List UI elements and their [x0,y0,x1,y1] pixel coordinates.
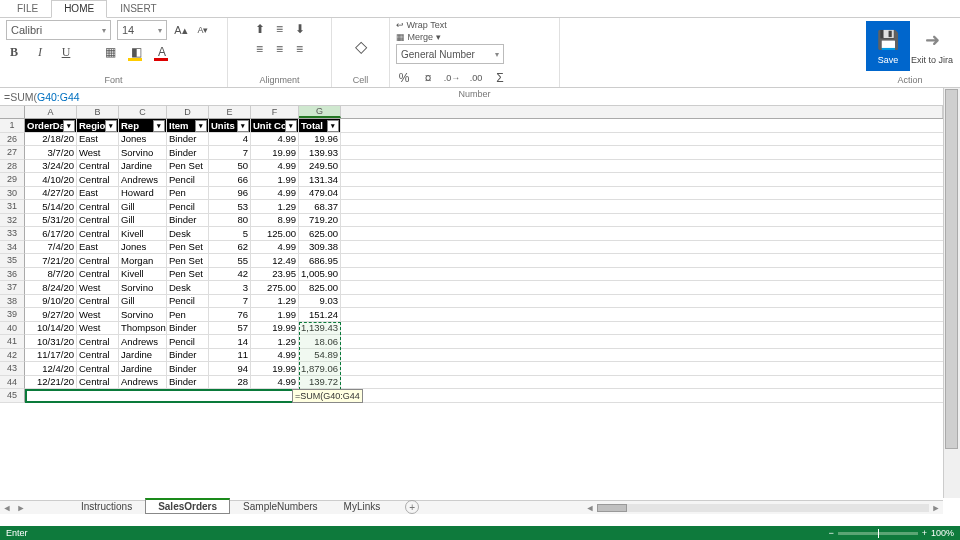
row-header[interactable]: 38 [0,295,25,309]
cell[interactable] [119,389,167,403]
cell[interactable]: 4.99 [251,349,299,363]
cell[interactable] [25,389,77,403]
cell[interactable]: East [77,241,119,255]
align-bottom-icon[interactable]: ⬇ [291,20,309,38]
tab-insert[interactable]: INSERT [107,0,170,17]
cell[interactable]: 5/31/20 [25,214,77,228]
row-header[interactable]: 1 [0,119,25,133]
row-header[interactable]: 37 [0,281,25,295]
cell[interactable]: 3 [209,281,251,295]
cell[interactable]: 139.72 [299,376,341,390]
cell[interactable]: 54.89 [299,349,341,363]
fill-color-icon[interactable]: ◧ [128,44,144,60]
format-cell-icon[interactable]: ◇ [353,38,369,54]
scroll-right-icon[interactable]: ► [14,503,28,513]
sheet-tab-samplenumbers[interactable]: SampleNumbers [230,499,330,514]
col-header-blank[interactable] [341,106,943,118]
row-header[interactable]: 39 [0,308,25,322]
cell[interactable]: Pen [167,308,209,322]
cell[interactable]: Morgan [119,254,167,268]
cell[interactable]: 14 [209,335,251,349]
cell[interactable]: Central [77,335,119,349]
cell[interactable]: 11 [209,349,251,363]
col-header-B[interactable]: B [77,106,119,118]
cell[interactable]: Andrews [119,376,167,390]
cell[interactable]: Sorvino [119,281,167,295]
cell[interactable]: 4.99 [251,187,299,201]
align-right-icon[interactable]: ≡ [291,40,309,58]
cell[interactable]: 9/27/20 [25,308,77,322]
cell[interactable]: 19.99 [251,362,299,376]
col-header-A[interactable]: A [25,106,77,118]
cell[interactable]: Andrews [119,335,167,349]
cell[interactable]: 139.93 [299,146,341,160]
cell[interactable]: 66 [209,173,251,187]
cell[interactable]: 719.20 [299,214,341,228]
cell[interactable]: 686.95 [299,254,341,268]
row-header[interactable]: 44 [0,376,25,390]
row-header[interactable]: 34 [0,241,25,255]
cell[interactable]: Binder [167,146,209,160]
cell[interactable]: 80 [209,214,251,228]
cell[interactable]: Central [77,173,119,187]
spreadsheet-grid[interactable]: A B C D E F G 1OrderDateRegionRepItemUni… [0,106,943,500]
cell[interactable]: 28 [209,376,251,390]
cell[interactable]: 7/21/20 [25,254,77,268]
cell[interactable]: 4.99 [251,241,299,255]
cell[interactable]: 7 [209,146,251,160]
cell[interactable]: 1,879.06 [299,362,341,376]
cell[interactable]: 4/10/20 [25,173,77,187]
col-header-C[interactable]: C [119,106,167,118]
cell[interactable]: 57 [209,322,251,336]
align-middle-icon[interactable]: ≡ [271,20,289,38]
cell[interactable]: 309.38 [299,241,341,255]
select-all-corner[interactable] [0,106,25,118]
cell[interactable]: 1.29 [251,295,299,309]
cell[interactable]: Gill [119,295,167,309]
decrease-decimal-icon[interactable]: .0→ [444,70,460,86]
increase-decimal-icon[interactable]: .00 [468,70,484,86]
cell[interactable]: Pen Set [167,160,209,174]
cell[interactable]: 4.99 [251,376,299,390]
cell[interactable]: 4.99 [251,133,299,147]
cell[interactable]: Central [77,254,119,268]
cell[interactable]: Binder [167,362,209,376]
col-header-G[interactable]: G [299,106,341,118]
cell[interactable]: Gill [119,200,167,214]
cell[interactable]: 131.34 [299,173,341,187]
cell[interactable]: Binder [167,349,209,363]
cell[interactable]: 4 [209,133,251,147]
cell[interactable]: 3/7/20 [25,146,77,160]
col-header-F[interactable]: F [251,106,299,118]
cell[interactable]: Binder [167,376,209,390]
borders-icon[interactable]: ▦ [102,44,118,60]
tab-home[interactable]: HOME [51,0,107,18]
cell[interactable]: Binder [167,214,209,228]
cell[interactable]: 62 [209,241,251,255]
cell[interactable]: Pen [167,187,209,201]
cell[interactable]: Jardine [119,160,167,174]
cell[interactable]: 9.03 [299,295,341,309]
row-header[interactable]: 40 [0,322,25,336]
cell[interactable]: 5/14/20 [25,200,77,214]
row-header[interactable]: 35 [0,254,25,268]
merge-button[interactable]: ▦ Merge ▾ [396,32,441,42]
cell[interactable]: Binder [167,133,209,147]
percent-icon[interactable]: % [396,70,412,86]
cell[interactable]: 1,139.43 [299,322,341,336]
number-format-select[interactable]: General Number [396,44,504,64]
cell[interactable]: 249.50 [299,160,341,174]
underline-icon[interactable]: U [58,44,74,60]
cell[interactable]: 19.99 [251,322,299,336]
zoom-out-icon[interactable]: − [828,528,833,538]
row-header[interactable]: 41 [0,335,25,349]
cell[interactable]: 53 [209,200,251,214]
cell[interactable]: 42 [209,268,251,282]
align-center-icon[interactable]: ≡ [271,40,289,58]
col-header-E[interactable]: E [209,106,251,118]
font-color-icon[interactable]: A [154,44,170,60]
cell[interactable]: Andrews [119,173,167,187]
row-header[interactable]: 36 [0,268,25,282]
cell[interactable]: West [77,281,119,295]
increase-font-icon[interactable]: A▴ [173,22,189,38]
